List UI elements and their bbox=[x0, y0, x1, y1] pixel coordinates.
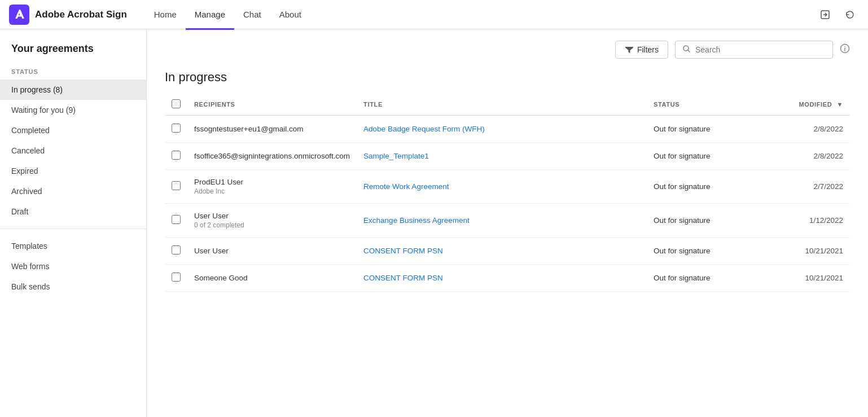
modified-cell: 10/21/2021 bbox=[760, 238, 850, 265]
recipient-main: Someone Good bbox=[194, 274, 350, 282]
modified-cell: 10/21/2021 bbox=[760, 265, 850, 292]
modified-cell: 2/8/2022 bbox=[760, 143, 850, 170]
status-cell: Out for signature bbox=[647, 170, 760, 204]
select-all-header[interactable] bbox=[165, 94, 187, 116]
row-checkbox-cell[interactable] bbox=[165, 170, 187, 204]
sidebar-item-expired[interactable]: Expired bbox=[0, 161, 146, 181]
row-checkbox[interactable] bbox=[172, 273, 181, 282]
filters-button[interactable]: Filters bbox=[615, 41, 668, 59]
top-navigation: Adobe Acrobat Sign Home Manage Chat Abou… bbox=[0, 0, 868, 29]
nav-about[interactable]: About bbox=[270, 1, 310, 30]
row-checkbox[interactable] bbox=[172, 124, 181, 133]
main-layout: Your agreements STATUS In progress (8) W… bbox=[0, 29, 868, 417]
table-row: Someone Good CONSENT FORM PSN Out for si… bbox=[165, 265, 850, 292]
status-cell: Out for signature bbox=[647, 116, 760, 143]
table-row: fsoffice365@signintegrations.onmicrosoft… bbox=[165, 143, 850, 170]
sidebar-item-in-progress[interactable]: In progress (8) bbox=[0, 80, 146, 100]
title-cell[interactable]: CONSENT FORM PSN bbox=[357, 265, 647, 292]
title-cell[interactable]: Remote Work Agreement bbox=[357, 170, 647, 204]
status-cell: Out for signature bbox=[647, 143, 760, 170]
logo-area: Adobe Acrobat Sign bbox=[9, 5, 127, 25]
select-all-checkbox[interactable] bbox=[172, 99, 181, 108]
sidebar-divider bbox=[0, 229, 146, 229]
filter-icon bbox=[625, 45, 634, 54]
recipient-main: fsoffice365@signintegrations.onmicrosoft… bbox=[194, 152, 350, 160]
info-icon[interactable] bbox=[840, 43, 850, 56]
sidebar-status-label: STATUS bbox=[0, 68, 146, 80]
recipient-cell: fsoffice365@signintegrations.onmicrosoft… bbox=[187, 143, 357, 170]
status-column-header: Status bbox=[647, 94, 760, 116]
search-input[interactable] bbox=[695, 45, 826, 54]
table-row: User User 0 of 2 completed Exchange Busi… bbox=[165, 204, 850, 238]
filters-label: Filters bbox=[637, 45, 659, 54]
recipient-cell: Someone Good bbox=[187, 265, 357, 292]
recipient-cell: fssogntestuser+eu1@gmail.com bbox=[187, 116, 357, 143]
recipient-cell: User User 0 of 2 completed bbox=[187, 204, 357, 238]
sidebar-item-waiting-for-you[interactable]: Waiting for you (9) bbox=[0, 100, 146, 120]
recipient-main: fssogntestuser+eu1@gmail.com bbox=[194, 125, 350, 133]
title-column-header: Title bbox=[357, 94, 647, 116]
sidebar: Your agreements STATUS In progress (8) W… bbox=[0, 29, 147, 417]
modified-column-header[interactable]: Modified ▼ bbox=[760, 94, 850, 116]
row-checkbox-cell[interactable] bbox=[165, 265, 187, 292]
recipients-column-header: Recipients bbox=[187, 94, 357, 116]
sidebar-item-web-forms[interactable]: Web forms bbox=[0, 256, 146, 276]
agreements-table: Recipients Title Status Modified ▼ bbox=[165, 94, 850, 292]
recipient-main: User User bbox=[194, 247, 350, 255]
search-box bbox=[675, 41, 833, 59]
title-cell[interactable]: CONSENT FORM PSN bbox=[357, 238, 647, 265]
modified-cell: 2/8/2022 bbox=[760, 116, 850, 143]
row-checkbox-cell[interactable] bbox=[165, 116, 187, 143]
content-area: Filters bbox=[147, 29, 868, 417]
your-agreements-title: Your agreements bbox=[11, 43, 135, 55]
nav-manage[interactable]: Manage bbox=[186, 1, 234, 30]
sidebar-item-completed[interactable]: Completed bbox=[0, 120, 146, 141]
sidebar-item-draft[interactable]: Draft bbox=[0, 201, 146, 222]
status-cell: Out for signature bbox=[647, 204, 760, 238]
table-row: fssogntestuser+eu1@gmail.com Adobe Badge… bbox=[165, 116, 850, 143]
sidebar-item-templates[interactable]: Templates bbox=[0, 236, 146, 256]
title-cell[interactable]: Exchange Business Agreement bbox=[357, 204, 647, 238]
recipient-sub: 0 of 2 completed bbox=[194, 221, 350, 229]
sort-arrow-icon: ▼ bbox=[836, 101, 843, 108]
row-checkbox[interactable] bbox=[172, 215, 181, 224]
row-checkbox-cell[interactable] bbox=[165, 238, 187, 265]
recipient-cell: ProdEU1 User Adobe Inc bbox=[187, 170, 357, 204]
table-row: ProdEU1 User Adobe Inc Remote Work Agree… bbox=[165, 170, 850, 204]
nav-right-icons bbox=[816, 6, 859, 24]
title-cell[interactable]: Sample_Template1 bbox=[357, 143, 647, 170]
nav-items: Home Manage Chat About bbox=[145, 0, 310, 29]
sidebar-item-bulk-sends[interactable]: Bulk sends bbox=[0, 276, 146, 297]
status-cell: Out for signature bbox=[647, 238, 760, 265]
row-checkbox-cell[interactable] bbox=[165, 143, 187, 170]
row-checkbox[interactable] bbox=[172, 151, 181, 160]
recipient-main: ProdEU1 User bbox=[194, 178, 350, 186]
nav-chat[interactable]: Chat bbox=[234, 1, 270, 30]
title-cell[interactable]: Adobe Badge Request Form (WFH) bbox=[357, 116, 647, 143]
table-row: User User CONSENT FORM PSN Out for signa… bbox=[165, 238, 850, 265]
modified-cell: 2/7/2022 bbox=[760, 170, 850, 204]
row-checkbox[interactable] bbox=[172, 245, 181, 254]
content-header: Filters bbox=[147, 29, 868, 65]
sidebar-item-archived[interactable]: Archived bbox=[0, 181, 146, 201]
search-icon bbox=[682, 45, 691, 55]
svg-point-4 bbox=[844, 46, 845, 47]
nav-home[interactable]: Home bbox=[145, 1, 186, 30]
recipient-sub: Adobe Inc bbox=[194, 187, 350, 195]
header-actions: Filters bbox=[615, 41, 850, 59]
recipient-main: User User bbox=[194, 212, 350, 220]
recipient-cell: User User bbox=[187, 238, 357, 265]
status-cell: Out for signature bbox=[647, 265, 760, 292]
app-name: Adobe Acrobat Sign bbox=[35, 9, 127, 20]
row-checkbox[interactable] bbox=[172, 181, 181, 190]
table-container: In progress Recipients Title bbox=[147, 65, 868, 292]
app-logo-icon bbox=[9, 5, 29, 25]
refresh-icon[interactable] bbox=[841, 6, 859, 24]
section-heading: In progress bbox=[165, 65, 850, 94]
modified-cell: 1/12/2022 bbox=[760, 204, 850, 238]
sidebar-item-canceled[interactable]: Canceled bbox=[0, 141, 146, 161]
share-icon[interactable] bbox=[816, 6, 834, 24]
row-checkbox-cell[interactable] bbox=[165, 204, 187, 238]
